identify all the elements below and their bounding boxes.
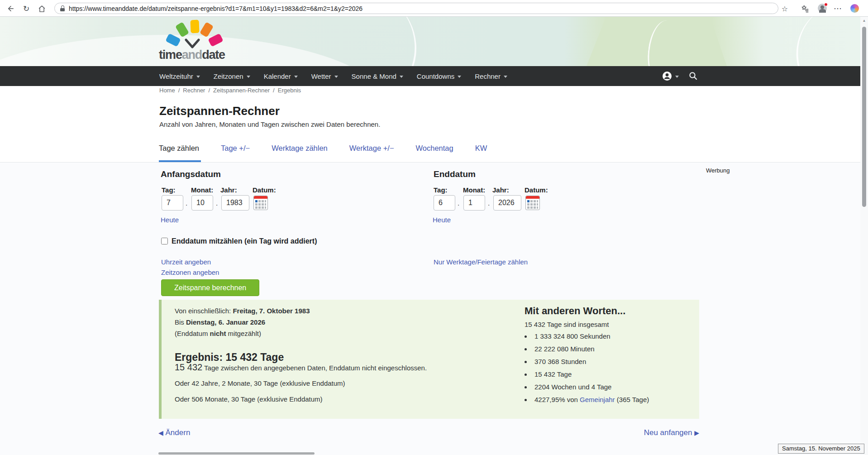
horizontal-scrollbar-thumb[interactable] [158,452,315,455]
result-alt-months: Oder 506 Monate, 30 Tage (exklusive Endd… [175,395,323,403]
nav-item-zeitzonen[interactable]: Zeitzonen [214,72,250,80]
account-menu[interactable] [662,71,679,81]
hero-decoration [283,17,432,66]
start-day-input[interactable] [162,195,183,211]
browser-home-icon[interactable] [36,3,47,14]
favorites-bar-icon[interactable] [800,3,811,14]
logo-tile-orange [200,22,214,38]
gemeinjahr-link[interactable]: Gemeinjahr [580,396,615,403]
browser-menu-icon[interactable]: ⋯ [832,3,843,14]
arrow-left-icon: ◀ [158,429,163,436]
vertical-scrollbar-thumb[interactable] [862,27,866,207]
logo-tile-yellow [190,20,199,34]
address-bar[interactable]: https://www.timeanddate.de/datum/zeitspa… [54,3,778,14]
search-icon [689,72,698,81]
restart-link[interactable]: Neu anfangen ▶ [518,428,699,437]
result-days-line: 15 432 Tage zwischen den angegebenen Dat… [175,362,427,373]
logo-tile-pink [208,33,223,47]
start-year-input[interactable] [221,195,249,211]
lock-icon [60,5,65,11]
breadcrumb-rechner[interactable]: Rechner [183,87,205,94]
include-end-date-label[interactable]: Enddatum mitzählen (ein Tag wird addiert… [172,237,317,245]
add-time-link[interactable]: Uhrzeit angeben [161,258,211,266]
browser-toolbar: ↻ https://www.timeanddate.de/datum/zeits… [0,0,868,17]
screen: ↻ https://www.timeanddate.de/datum/zeits… [0,0,868,455]
end-date-heading: Enddatum [434,169,476,179]
start-date-heading: Anfangsdatum [161,169,221,179]
nav-item-sonne-mond[interactable]: Sonne & Mond [352,72,403,80]
start-month-input[interactable] [191,195,213,211]
url-text: https://www.timeanddate.de/datum/zeitspa… [69,5,362,12]
tab-werktage-zaehlen[interactable]: Werktage zählen [272,144,328,162]
other-words-heading: Mit anderen Worten... [525,305,625,317]
nav-item-kalender[interactable]: Kalender [264,72,298,80]
start-calendar-picker-icon[interactable] [253,196,268,210]
browser-back-icon[interactable] [5,3,16,14]
browser-refresh-icon[interactable]: ↻ [21,3,32,14]
tab-tage-zaehlen[interactable]: Tage zählen [159,144,199,162]
breadcrumb-home[interactable]: Home [159,87,175,94]
ad-label: Werbung [706,167,730,174]
end-date-label: Datum: [525,186,548,194]
result-alt-years: Oder 42 Jahre, 2 Monate, 30 Tage (exklus… [175,379,345,387]
chevron-down-icon [675,76,679,78]
nav-item-countdowns[interactable]: Countdowns [417,72,461,80]
chevron-down-icon [196,76,200,78]
other-words-list: 1 333 324 800 Sekunden 22 222 080 Minute… [532,332,649,408]
hero-banner: timeanddate [0,17,868,66]
page-subtitle: Anzahl von Jahren, Monaten und Tagen zwi… [159,120,380,128]
page-title: Zeitspannen-Rechner [159,104,280,118]
logo-tile-blue [165,33,181,47]
main-navbar: Weltzeituhr Zeitzonen Kalender Wetter So… [0,66,868,86]
change-link[interactable]: ◀ Ändern [158,428,190,437]
tab-kw[interactable]: KW [475,144,487,162]
result-note-line: (Enddatum nicht mitgezählt) [175,330,261,337]
end-month-label: Monat: [463,186,485,194]
list-item: 370 368 Stunden [532,358,649,365]
nav-item-weltzeituhr[interactable]: Weltzeituhr [159,72,200,80]
end-year-label: Jahr: [492,186,509,194]
scroll-up-arrow-icon[interactable]: ▲ [860,19,868,23]
arrow-right-icon: ▶ [694,429,699,436]
list-item: 2204 Wochen und 4 Tage [532,383,649,391]
chevron-down-icon [247,76,250,78]
favorite-star-icon[interactable]: ☆ [779,3,790,14]
logo-tile-green [175,22,189,38]
chevron-down-icon [294,76,298,78]
chevron-down-icon [504,76,507,78]
logo-wordmark: timeanddate [159,48,225,62]
start-year-label: Jahr: [220,186,237,194]
chevron-down-icon [334,76,338,78]
timeanddate-logo[interactable]: timeanddate [159,19,245,66]
end-month-input[interactable] [463,195,485,211]
result-headline: Ergebnis: 15 432 Tage [175,351,284,364]
end-calendar-picker-icon[interactable] [525,196,540,210]
chevron-down-icon [458,76,461,78]
breadcrumb-zeitspannen-rechner[interactable]: Zeitspannen-Rechner [213,87,270,94]
browser-profile-avatar[interactable] [818,4,827,13]
end-today-link[interactable]: Heute [433,216,451,224]
breadcrumb-current: Ergebnis [278,87,301,94]
tab-werktage-plusminus[interactable]: Werktage +/− [349,144,394,162]
result-from-line: Von einschließlich: Freitag, 7. Oktober … [175,307,310,315]
user-icon [662,71,672,81]
calculate-button[interactable]: Zeitspanne berechnen [161,279,259,296]
list-item: 22 222 080 Minuten [532,345,649,353]
include-end-date-checkbox[interactable] [161,238,168,244]
add-timezones-link[interactable]: Zeitzonen angeben [161,268,219,276]
nav-item-wetter[interactable]: Wetter [311,72,338,80]
start-today-link[interactable]: Heute [161,216,179,224]
end-year-input[interactable] [493,195,521,211]
tab-tage-plusminus[interactable]: Tage +/− [221,144,250,162]
list-item: 15 432 Tage [532,370,649,378]
result-panel: Von einschließlich: Freitag, 7. Oktober … [159,300,699,419]
search-button[interactable] [689,72,698,81]
nav-item-rechner[interactable]: Rechner [475,72,507,80]
list-item: 4227,95% von Gemeinjahr (365 Tage) [532,396,649,403]
end-day-input[interactable] [434,195,455,211]
start-day-label: Tag: [162,186,176,194]
copilot-icon[interactable] [850,4,859,13]
tab-wochentag[interactable]: Wochentag [416,144,453,162]
vertical-scrollbar[interactable]: ▲ [860,17,868,455]
workdays-only-link[interactable]: Nur Werktage/Feiertage zählen [434,258,528,266]
